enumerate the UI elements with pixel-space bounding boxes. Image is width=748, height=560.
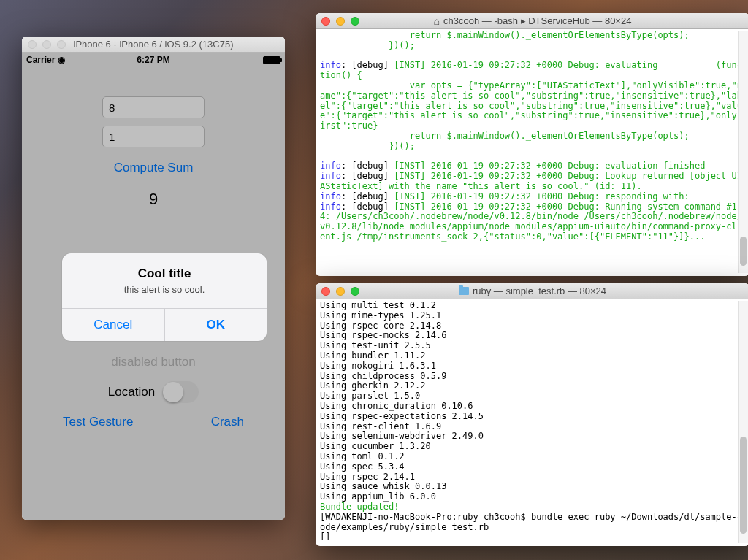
alert-message: this alert is so cool. [72,284,256,295]
scrollbar-thumb[interactable] [740,237,747,266]
term2-scrollbar[interactable] [738,301,748,543]
term1-titlebar[interactable]: ch3cooh — -bash ▸ DTServiceHub — 80×24 [316,13,748,29]
statusbar: Carrier ◉ 6:27 PM [22,53,285,67]
term1-body[interactable]: return $.mainWindow()._elementOrElements… [316,29,748,245]
terminal-window-top: ch3cooh — -bash ▸ DTServiceHub — 80×24 r… [316,13,748,276]
phone-screen: Carrier ◉ 6:27 PM Compute Sum 9 disabled… [22,53,285,520]
simulator-window: iPhone 6 - iPhone 6 / iOS 9.2 (13C75) Ca… [22,37,285,520]
term1-title-text: ch3cooh — -bash ▸ DTServiceHub — 80×24 [443,15,631,26]
term2-title-text: ruby — simple_test.rb — 80×24 [473,285,606,296]
term1-scrollbar[interactable] [738,31,748,273]
alert-cancel-button[interactable]: Cancel [62,309,165,341]
sim-window-title: iPhone 6 - iPhone 6 / iOS 9.2 (13C75) [22,39,285,50]
status-time: 6:27 PM [22,55,285,65]
alert-ok-button[interactable]: OK [165,309,267,341]
term2-title: ruby — simple_test.rb — 80×24 [316,285,748,296]
alert-title: Cool title [72,266,256,281]
scrollbar-thumb[interactable] [740,437,747,534]
terminal-window-bottom: ruby — simple_test.rb — 80×24 Using mult… [316,283,748,546]
sim-titlebar[interactable]: iPhone 6 - iPhone 6 / iOS 9.2 (13C75) [22,37,285,53]
term2-titlebar[interactable]: ruby — simple_test.rb — 80×24 [316,283,748,299]
term1-title: ch3cooh — -bash ▸ DTServiceHub — 80×24 [316,15,748,27]
battery-icon [263,56,280,64]
home-icon [434,15,440,27]
term2-body[interactable]: Using multi_test 0.1.2Using mime-types 1… [316,299,748,545]
folder-icon [459,287,469,295]
alert-dialog: Cool title this alert is so cool. Cancel… [62,253,267,341]
